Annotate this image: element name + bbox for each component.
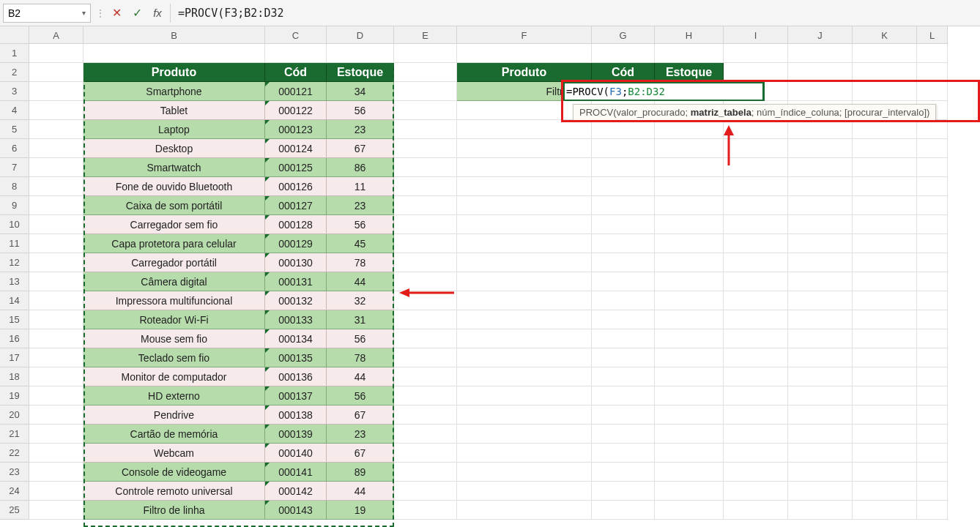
cell-I21[interactable] xyxy=(724,425,788,444)
cell-C15[interactable]: 000133 xyxy=(265,310,327,329)
cell-C23[interactable]: 000141 xyxy=(265,463,327,482)
cell-B2[interactable]: Produto xyxy=(83,63,265,82)
cell-I7[interactable] xyxy=(724,158,788,177)
cell-E17[interactable] xyxy=(394,348,457,367)
cell-A12[interactable] xyxy=(29,253,83,272)
column-header-G[interactable]: G xyxy=(592,26,655,44)
cell-L18[interactable] xyxy=(917,367,948,386)
row-header-11[interactable]: 11 xyxy=(0,234,29,253)
cell-E20[interactable] xyxy=(394,405,457,425)
cell-B15[interactable]: Roteador Wi-Fi xyxy=(83,310,265,329)
cell-E4[interactable] xyxy=(394,101,457,120)
row-header-1[interactable]: 1 xyxy=(0,44,29,63)
row-header-20[interactable]: 20 xyxy=(0,405,29,425)
fx-icon[interactable]: fx xyxy=(151,7,164,20)
cell-G10[interactable] xyxy=(592,215,655,234)
cell-K22[interactable] xyxy=(853,444,917,463)
cell-A25[interactable] xyxy=(29,501,83,520)
cell-K23[interactable] xyxy=(853,463,917,482)
cell-C8[interactable]: 000126 xyxy=(265,177,327,196)
cell-B18[interactable]: Monitor de computador xyxy=(83,367,265,386)
cell-C6[interactable]: 000124 xyxy=(265,139,327,158)
cell-J12[interactable] xyxy=(788,253,853,272)
cell-H23[interactable] xyxy=(655,463,724,482)
cell-J19[interactable] xyxy=(788,386,853,405)
cell-H1[interactable] xyxy=(655,44,724,63)
name-box[interactable]: B2 ▾ xyxy=(3,4,91,23)
cell-F7[interactable] xyxy=(457,158,592,177)
cell-C24[interactable]: 000142 xyxy=(265,482,327,501)
cell-G19[interactable] xyxy=(592,386,655,405)
cell-B8[interactable]: Fone de ouvido Bluetooth xyxy=(83,177,265,196)
cell-L19[interactable] xyxy=(917,386,948,405)
cell-E19[interactable] xyxy=(394,386,457,405)
cell-A8[interactable] xyxy=(29,177,83,196)
cell-C10[interactable]: 000128 xyxy=(265,215,327,234)
cell-J6[interactable] xyxy=(788,139,853,158)
cell-C5[interactable]: 000123 xyxy=(265,120,327,139)
cell-G24[interactable] xyxy=(592,482,655,501)
cell-G25[interactable] xyxy=(592,501,655,520)
cell-H21[interactable] xyxy=(655,425,724,444)
column-header-E[interactable]: E xyxy=(394,26,457,44)
cell-L10[interactable] xyxy=(917,215,948,234)
cell-C11[interactable]: 000129 xyxy=(265,234,327,253)
row-header-17[interactable]: 17 xyxy=(0,348,29,367)
column-header-H[interactable]: H xyxy=(655,26,724,44)
cell-J7[interactable] xyxy=(788,158,853,177)
cell-D25[interactable]: 19 xyxy=(327,501,394,520)
cell-G7[interactable] xyxy=(592,158,655,177)
cell-J20[interactable] xyxy=(788,405,853,425)
row-header-3[interactable]: 3 xyxy=(0,82,29,101)
cell-I8[interactable] xyxy=(724,177,788,196)
cell-L25[interactable] xyxy=(917,501,948,520)
cell-F18[interactable] xyxy=(457,367,592,386)
cell-H19[interactable] xyxy=(655,386,724,405)
cell-D4[interactable]: 56 xyxy=(327,101,394,120)
cell-B13[interactable]: Câmera digital xyxy=(83,272,265,291)
cell-D14[interactable]: 32 xyxy=(327,291,394,310)
cell-D11[interactable]: 45 xyxy=(327,234,394,253)
row-header-6[interactable]: 6 xyxy=(0,139,29,158)
cell-A1[interactable] xyxy=(29,44,83,63)
cell-F12[interactable] xyxy=(457,253,592,272)
cell-K21[interactable] xyxy=(853,425,917,444)
cell-L9[interactable] xyxy=(917,196,948,215)
cell-E11[interactable] xyxy=(394,234,457,253)
cell-K1[interactable] xyxy=(853,44,917,63)
cell-F4[interactable] xyxy=(457,101,592,120)
cell-A20[interactable] xyxy=(29,405,83,425)
column-header-F[interactable]: F xyxy=(457,26,592,44)
cell-E2[interactable] xyxy=(394,63,457,82)
cell-C19[interactable]: 000137 xyxy=(265,386,327,405)
cell-F17[interactable] xyxy=(457,348,592,367)
cell-L7[interactable] xyxy=(917,158,948,177)
cell-I18[interactable] xyxy=(724,367,788,386)
row-header-13[interactable]: 13 xyxy=(0,272,29,291)
cell-G20[interactable] xyxy=(592,405,655,425)
cell-B12[interactable]: Carregador portátil xyxy=(83,253,265,272)
cell-B10[interactable]: Carregador sem fio xyxy=(83,215,265,234)
cell-G2[interactable]: Cód xyxy=(592,63,655,82)
cell-B25[interactable]: Filtro de linha xyxy=(83,501,265,520)
cell-E22[interactable] xyxy=(394,444,457,463)
cell-L22[interactable] xyxy=(917,444,948,463)
column-header-D[interactable]: D xyxy=(327,26,394,44)
cell-K2[interactable] xyxy=(853,63,917,82)
cell-D20[interactable]: 67 xyxy=(327,405,394,425)
cell-C1[interactable] xyxy=(265,44,327,63)
cell-F21[interactable] xyxy=(457,425,592,444)
cell-E13[interactable] xyxy=(394,272,457,291)
cell-L3[interactable] xyxy=(917,82,948,101)
cell-D10[interactable]: 56 xyxy=(327,215,394,234)
cell-F14[interactable] xyxy=(457,291,592,310)
cell-G8[interactable] xyxy=(592,177,655,196)
cell-E14[interactable] xyxy=(394,291,457,310)
cell-B20[interactable]: Pendrive xyxy=(83,405,265,425)
cell-G18[interactable] xyxy=(592,367,655,386)
cell-J8[interactable] xyxy=(788,177,853,196)
cell-G14[interactable] xyxy=(592,291,655,310)
row-header-22[interactable]: 22 xyxy=(0,444,29,463)
cell-H17[interactable] xyxy=(655,348,724,367)
row-header-7[interactable]: 7 xyxy=(0,158,29,177)
